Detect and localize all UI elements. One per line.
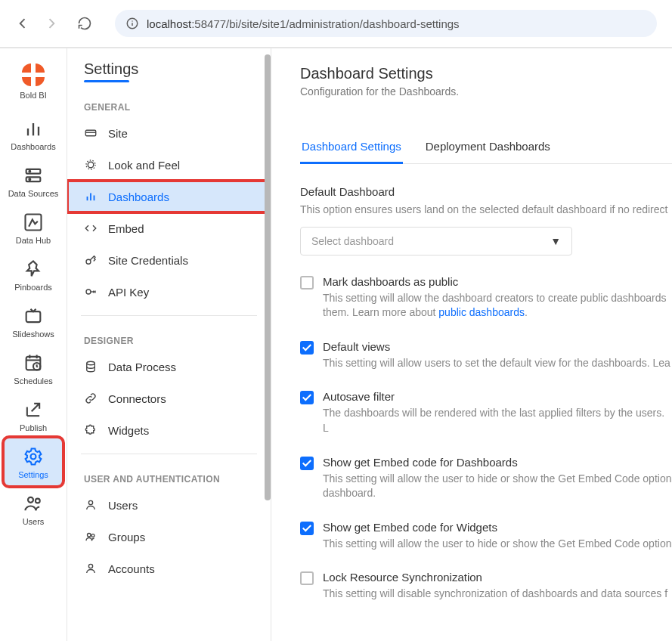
app-root: Bold BI Dashboards Data Sources Data Hub… (0, 48, 672, 641)
group-icon (84, 530, 98, 543)
brand-logo[interactable]: Bold BI (20, 57, 46, 110)
calendar-clock-icon (23, 352, 44, 373)
option-embed-dash-title: Show get Embed code for Dashboards (323, 456, 672, 469)
hub-icon (23, 212, 44, 233)
rail-item-schedules[interactable]: Schedules (5, 345, 62, 392)
settings-sidebar: Settings GENERAL Site Look and Feel Dash… (67, 48, 271, 641)
settings-item-sitecredentials[interactable]: Site Credentials (67, 244, 271, 276)
checkbox-public[interactable] (300, 276, 314, 290)
checkbox-embed-widget[interactable] (300, 522, 314, 535)
default-dashboard-title: Default Dashboard (300, 185, 672, 198)
option-default-views-title: Default views (323, 340, 672, 353)
settings-item-widgets[interactable]: Widgets (67, 414, 271, 446)
rail-item-users[interactable]: Users (5, 485, 62, 532)
rail-item-slideshows[interactable]: Slideshows (5, 298, 62, 345)
settings-item-accounts[interactable]: Accounts (67, 553, 271, 584)
svg-point-8 (29, 171, 30, 172)
svg-point-27 (86, 259, 91, 264)
scrollbar[interactable] (265, 54, 271, 500)
tab-deployment-dashboards[interactable]: Deployment Dashboards (424, 132, 552, 164)
option-embed-widget-desc: This setting will allow the user to hide… (323, 537, 672, 552)
svg-rect-11 (26, 311, 41, 322)
checkbox-default-views[interactable] (300, 341, 314, 355)
settings-item-groups[interactable]: Groups (67, 521, 271, 553)
settings-title: Settings (84, 60, 254, 82)
option-default-views-desc: This setting will allow users to set the… (323, 356, 672, 371)
checkbox-autosave[interactable] (300, 391, 314, 404)
rail-item-datahub[interactable]: Data Hub (5, 204, 62, 251)
forward-button[interactable] (44, 16, 59, 31)
option-lock-sync-desc: This setting will disable synchronizatio… (323, 587, 672, 602)
checkbox-lock-sync[interactable] (300, 571, 314, 585)
url-bar-icon (84, 126, 98, 140)
settings-item-site[interactable]: Site (67, 117, 271, 149)
rail-item-settings[interactable]: Settings (5, 438, 62, 485)
site-info-icon[interactable] (125, 17, 139, 30)
tab-dashboard-settings[interactable]: Dashboard Settings (300, 132, 403, 164)
section-general: GENERAL (84, 102, 254, 113)
default-dashboard-dropdown[interactable]: Select dashboard ▼ (300, 227, 572, 255)
settings-item-look[interactable]: Look and Feel (67, 149, 271, 181)
svg-point-22 (88, 162, 94, 168)
rail-item-dashboards[interactable]: Dashboards (5, 110, 62, 157)
puzzle-icon (84, 423, 98, 437)
settings-item-users[interactable]: Users (67, 489, 271, 521)
option-lock-sync: Lock Resource Synchronization This setti… (300, 571, 672, 602)
svg-point-29 (87, 361, 95, 365)
settings-item-dashboards[interactable]: Dashboards (67, 181, 271, 212)
publish-icon (23, 399, 44, 420)
pin-icon (23, 259, 44, 280)
reload-button[interactable] (77, 16, 92, 31)
svg-point-28 (86, 290, 91, 294)
chevron-down-icon: ▼ (550, 235, 561, 247)
public-dashboards-link[interactable]: public dashboards (438, 306, 525, 318)
bar-chart-icon (23, 118, 44, 139)
settings-item-embed[interactable]: Embed (67, 212, 271, 244)
nav-rail: Bold BI Dashboards Data Sources Data Hub… (0, 48, 67, 641)
divider (81, 315, 257, 316)
divider (81, 454, 257, 454)
option-autosave-desc: The dashboards will be rendered with the… (323, 406, 672, 435)
default-dashboard-help: This option ensures users land on the se… (300, 203, 672, 218)
svg-point-19 (36, 499, 40, 503)
users-icon (23, 493, 44, 514)
content-tabs: Dashboard Settings Deployment Dashboards (300, 132, 672, 164)
page-title: Dashboard Settings (300, 65, 672, 82)
api-key-icon (84, 285, 98, 299)
gear-icon (23, 446, 44, 467)
settings-item-dataprocess[interactable]: Data Process (67, 351, 271, 382)
option-embed-dash-desc: This setting will allow the user to hide… (323, 472, 672, 501)
rail-item-publish[interactable]: Publish (5, 392, 62, 438)
svg-point-18 (28, 497, 33, 503)
option-autosave: Autosave filter The dashboards will be r… (300, 390, 672, 435)
settings-item-apikey[interactable]: API Key (67, 276, 271, 308)
address-bar[interactable]: localhost:58477/bi/site/site1/administra… (115, 10, 657, 37)
rail-item-datasources[interactable]: Data Sources (5, 157, 62, 204)
rail-item-pinboards[interactable]: Pinboards (5, 251, 62, 298)
default-dashboard-block: Default Dashboard This option ensures us… (300, 185, 672, 255)
appearance-icon (84, 158, 98, 172)
option-embed-widget-title: Show get Embed code for Widgets (323, 521, 672, 534)
chart-icon (84, 190, 98, 203)
settings-item-connectors[interactable]: Connectors (67, 382, 271, 414)
link-icon (84, 392, 98, 405)
dropdown-placeholder: Select dashboard (311, 235, 394, 247)
svg-point-30 (88, 500, 92, 504)
page-subtitle: Configuration for the Dashboards. (300, 85, 672, 98)
section-designer: DESIGNER (84, 336, 254, 346)
option-lock-sync-title: Lock Resource Synchronization (323, 571, 672, 584)
back-button[interactable] (15, 16, 30, 31)
checkbox-embed-dash[interactable] (300, 457, 314, 470)
option-public-desc: This setting will allow the dashboard cr… (323, 291, 672, 320)
brand-label: Bold BI (20, 91, 46, 100)
boldbi-logo-icon (22, 63, 45, 86)
tv-icon (23, 305, 44, 327)
browser-toolbar: localhost:58477/bi/site/site1/administra… (0, 0, 672, 48)
option-embed-widget: Show get Embed code for Widgets This set… (300, 521, 672, 552)
main-content: Dashboard Settings Configuration for the… (271, 48, 672, 641)
account-icon (84, 562, 98, 575)
svg-point-17 (31, 454, 36, 460)
svg-point-9 (29, 178, 30, 180)
database-icon (84, 360, 98, 373)
section-userauth: USER AND AUTHENTICATION (84, 474, 254, 485)
